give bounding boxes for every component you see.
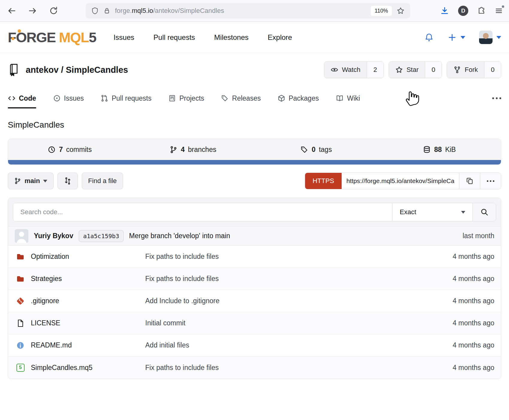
back-button[interactable]: [7, 6, 16, 15]
watch-count[interactable]: 2: [367, 62, 384, 78]
file-commit-message[interactable]: Fix paths to include files: [145, 364, 453, 372]
tab-releases[interactable]: Releases: [221, 87, 261, 110]
menu-icon[interactable]: [495, 7, 503, 15]
clone-url-input[interactable]: [342, 173, 459, 189]
table-row[interactable]: Optimization Fix paths to include files …: [8, 246, 501, 268]
commit-author-name[interactable]: Yuriy Bykov: [34, 232, 73, 240]
table-row[interactable]: README.md Add initial files 4 months ago: [8, 334, 501, 356]
file-name[interactable]: SimpleCandles.mq5: [31, 364, 145, 372]
bookmark-star-icon[interactable]: [396, 7, 405, 15]
file-name[interactable]: README.md: [31, 341, 145, 349]
tabs-overflow-button[interactable]: [492, 97, 501, 99]
file-name[interactable]: .gitignore: [31, 297, 145, 305]
table-row[interactable]: Strategies Fix paths to include files 4 …: [8, 268, 501, 290]
compare-button[interactable]: [57, 173, 78, 189]
file-name[interactable]: LICENSE: [31, 319, 145, 327]
table-row[interactable]: .gitignore Add Include to .gitignore 4 m…: [8, 290, 501, 312]
tab-packages[interactable]: Packages: [278, 87, 319, 110]
search-mode-select[interactable]: Exact: [392, 203, 472, 221]
create-new-button[interactable]: [448, 33, 465, 42]
https-protocol-button[interactable]: HTTPS: [305, 173, 342, 189]
url-bar[interactable]: forge.mql5.io/antekov/SimpleCandles 110%: [86, 3, 410, 19]
fork-icon: [453, 66, 461, 74]
tab-wiki[interactable]: Wiki: [336, 87, 360, 110]
watch-button[interactable]: Watch: [324, 62, 367, 78]
commit-date: last month: [463, 232, 494, 240]
search-button[interactable]: [472, 203, 496, 221]
table-row[interactable]: 5 SimpleCandles.mq5 Fix paths to include…: [8, 356, 501, 379]
copy-url-button[interactable]: [459, 173, 480, 189]
fork-button[interactable]: Fork: [447, 62, 484, 78]
file-list: Optimization Fix paths to include files …: [8, 246, 501, 379]
repo-tabs: Code Issues Pull requests Projects Relea…: [0, 87, 509, 110]
forward-button[interactable]: [28, 6, 37, 15]
repo-main: SimpleCandles 7 commits 4 branches: [0, 120, 509, 379]
user-menu[interactable]: [479, 31, 501, 44]
reload-button[interactable]: [49, 6, 58, 15]
issue-icon: [53, 94, 61, 102]
file-commit-message[interactable]: Initial commit: [145, 319, 453, 327]
branch-selector-button[interactable]: main: [8, 173, 54, 189]
star-count[interactable]: 0: [425, 62, 442, 78]
tab-label: Pull requests: [112, 94, 152, 102]
search-input[interactable]: [13, 203, 392, 221]
commit-hash-badge[interactable]: a1a5c159b3: [79, 230, 124, 242]
commits-count: 7: [59, 146, 63, 154]
notifications-bell-icon[interactable]: [424, 33, 434, 42]
fork-label: Fork: [465, 66, 478, 74]
tab-projects[interactable]: Projects: [168, 87, 204, 110]
stat-branches[interactable]: 4 branches: [131, 139, 255, 160]
repo-owner[interactable]: antekov: [26, 65, 59, 75]
stat-tags[interactable]: 0 tags: [255, 139, 378, 160]
file-date: 4 months ago: [453, 319, 494, 327]
tab-pull-requests[interactable]: Pull requests: [101, 87, 152, 110]
size-label: KiB: [445, 146, 456, 154]
file-date: 4 months ago: [453, 364, 494, 372]
zoom-level-badge[interactable]: 110%: [371, 6, 392, 16]
clone-url-group: HTTPS: [305, 173, 501, 189]
extensions-icon[interactable]: [477, 7, 486, 15]
branches-count: 4: [181, 146, 185, 154]
find-file-button[interactable]: Find a file: [82, 173, 123, 189]
nav-milestones[interactable]: Milestones: [214, 33, 249, 42]
logo-five: 5: [89, 29, 96, 46]
file-commit-message[interactable]: Add Include to .gitignore: [145, 297, 453, 305]
nav-explore[interactable]: Explore: [268, 33, 292, 42]
table-row[interactable]: LICENSE Initial commit 4 months ago: [8, 312, 501, 334]
package-cube-icon: [278, 94, 285, 102]
star-button-group: Star 0: [389, 61, 442, 78]
clone-more-button[interactable]: [480, 173, 501, 189]
tab-issues[interactable]: Issues: [53, 87, 84, 110]
account-icon[interactable]: D: [458, 6, 468, 16]
folder-icon: [15, 253, 26, 261]
nav-pull-requests[interactable]: Pull requests: [154, 33, 195, 42]
repo-name[interactable]: SimpleCandles: [66, 65, 128, 75]
page-title: SimpleCandles: [8, 120, 501, 130]
fork-count[interactable]: 0: [484, 62, 501, 78]
nav-issues[interactable]: Issues: [113, 33, 134, 42]
file-commit-message[interactable]: Fix paths to include files: [145, 275, 453, 283]
logo-decoration-ring: [18, 29, 21, 33]
stat-commits[interactable]: 7 commits: [8, 139, 131, 160]
file-icon: [15, 319, 26, 327]
file-commit-message[interactable]: Fix paths to include files: [145, 253, 453, 261]
tab-code[interactable]: Code: [8, 87, 36, 110]
commit-author-avatar[interactable]: [15, 229, 28, 243]
site-logo[interactable]: FORGEMQL5: [8, 29, 96, 46]
folder-icon: [15, 275, 26, 283]
lock-icon[interactable]: [103, 7, 110, 15]
url-path: /antekov/SimpleCandles: [153, 7, 224, 14]
commit-message[interactable]: Merge branch 'develop' into main: [129, 232, 230, 240]
language-bar[interactable]: [8, 160, 501, 164]
mq5-file-icon: 5: [15, 364, 26, 372]
downloads-icon[interactable]: [440, 6, 449, 15]
tags-label: tags: [319, 146, 332, 154]
star-button[interactable]: Star: [389, 62, 425, 78]
shield-icon[interactable]: [91, 7, 99, 15]
file-commit-message[interactable]: Add initial files: [145, 341, 453, 349]
stat-size[interactable]: 88 KiB: [378, 139, 501, 160]
logo-forge: FORGE: [8, 29, 56, 46]
repo-header: antekov / SimpleCandles Watch 2 Star 0: [0, 53, 509, 87]
file-name[interactable]: Strategies: [31, 275, 145, 283]
file-name[interactable]: Optimization: [31, 253, 145, 261]
